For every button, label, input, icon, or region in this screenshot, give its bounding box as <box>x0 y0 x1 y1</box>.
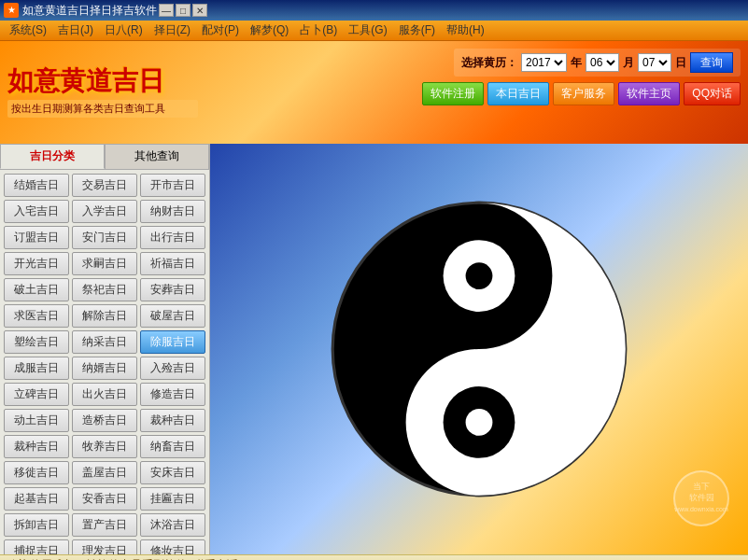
action-btn-QQ对话[interactable]: QQ对话 <box>684 82 741 105</box>
logo-area: 如意黄道吉日 按出生日期测算各类吉日查询工具 <box>0 41 205 144</box>
logo-main: 如意黄道吉日 <box>7 67 198 96</box>
ji-btn-30[interactable]: 裁种吉日 <box>4 435 69 458</box>
yinyang-symbol <box>330 200 628 498</box>
minimize-button[interactable]: — <box>159 4 174 17</box>
watermark-circle: 当下 软件园 www.downxia.com <box>673 470 729 526</box>
ji-btn-42[interactable]: 捕捉吉日 <box>4 539 69 554</box>
menu-item-menu-peidui[interactable]: 配对(P) <box>196 21 245 40</box>
date-selector: 选择黄历： 201720182016 年 06010203 04050708 0… <box>454 49 741 77</box>
year-select[interactable]: 201720182016 <box>521 53 567 72</box>
ji-btn-13[interactable]: 祭祀吉日 <box>72 278 137 301</box>
tab-1[interactable]: 其他查询 <box>105 144 209 169</box>
ji-btn-21[interactable]: 成服吉日 <box>4 357 69 380</box>
ji-btn-24[interactable]: 立碑吉日 <box>4 383 69 406</box>
titlebar: ★ 如意黄道吉日择日择吉软件 — □ ✕ <box>0 0 748 21</box>
month-select[interactable]: 06010203 04050708 09101112 <box>586 53 619 72</box>
ji-btn-34[interactable]: 盖屋吉日 <box>72 461 137 484</box>
app-title: 如意黄道吉日择日择吉软件 <box>22 3 157 19</box>
ji-btn-6[interactable]: 订盟吉日 <box>4 226 69 249</box>
ji-btn-44[interactable]: 修妆吉日 <box>140 539 205 554</box>
menu-item-menu-riba[interactable]: 日八(R) <box>99 21 148 40</box>
ji-btn-19[interactable]: 纳采吉日 <box>72 330 137 354</box>
menu-item-menu-gongju[interactable]: 工具(G) <box>343 21 392 40</box>
svg-point-3 <box>466 262 493 289</box>
main-content: 吉日分类其他查询 结婚吉日交易吉日开市吉日入宅吉日入学吉日纳财吉日订盟吉日安门吉… <box>0 144 748 554</box>
menu-item-menu-system[interactable]: 系统(S) <box>4 21 52 40</box>
right-panel: 当下 软件园 www.downxia.com <box>210 144 748 554</box>
logo-sub: 按出生日期测算各类吉日查询工具 <box>7 100 198 118</box>
ji-btn-25[interactable]: 出火吉日 <box>72 383 137 406</box>
ji-btn-14[interactable]: 安葬吉日 <box>140 278 205 301</box>
close-button[interactable]: ✕ <box>192 4 207 17</box>
ji-btn-35[interactable]: 安床吉日 <box>140 461 205 484</box>
watermark-text: 当下 软件园 www.downxia.com <box>674 482 728 514</box>
svg-point-4 <box>466 409 493 436</box>
menu-item-menu-bangzhu[interactable]: 帮助(H) <box>441 21 490 40</box>
ji-btn-40[interactable]: 置产吉日 <box>72 513 137 537</box>
menu-item-menu-zeri[interactable]: 择日(Z) <box>148 21 196 40</box>
month-unit: 月 <box>623 55 634 71</box>
tabs: 吉日分类其他查询 <box>0 144 209 170</box>
menu-item-menu-jiri[interactable]: 吉日(J) <box>52 21 99 40</box>
ji-btn-41[interactable]: 沐浴吉日 <box>140 513 205 537</box>
ji-btn-3[interactable]: 入宅吉日 <box>4 200 69 223</box>
action-buttons: 软件注册本日吉日客户服务软件主页QQ对话 <box>422 82 741 105</box>
ji-btn-11[interactable]: 祈福吉日 <box>140 252 205 275</box>
ji-btn-2[interactable]: 开市吉日 <box>140 174 205 197</box>
ji-btn-43[interactable]: 理发吉日 <box>72 539 137 554</box>
ji-btn-9[interactable]: 开光吉日 <box>4 252 69 275</box>
action-btn-客户服务[interactable]: 客户服务 <box>553 82 614 105</box>
menu-item-menu-fuwu[interactable]: 服务(F) <box>393 21 441 40</box>
menu-item-menu-zhanbu[interactable]: 占卜(B) <box>294 21 343 40</box>
ji-btn-16[interactable]: 解除吉日 <box>72 304 137 328</box>
button-grid: 结婚吉日交易吉日开市吉日入宅吉日入学吉日纳财吉日订盟吉日安门吉日出行吉日开光吉日… <box>0 170 209 554</box>
ji-btn-4[interactable]: 入学吉日 <box>72 200 137 223</box>
ji-btn-7[interactable]: 安门吉日 <box>72 226 137 249</box>
date-label: 选择黄历： <box>461 55 517 71</box>
day-unit: 日 <box>675 55 686 71</box>
maximize-button[interactable]: □ <box>176 4 191 17</box>
ji-btn-31[interactable]: 牧养吉日 <box>72 435 137 458</box>
ji-btn-5[interactable]: 纳财吉日 <box>140 200 205 223</box>
ji-btn-18[interactable]: 塑绘吉日 <box>4 330 69 354</box>
ji-btn-20[interactable]: 除服吉日 <box>140 330 205 354</box>
ji-btn-12[interactable]: 破土吉日 <box>4 278 69 301</box>
ji-btn-8[interactable]: 出行吉日 <box>140 226 205 249</box>
left-panel: 吉日分类其他查询 结婚吉日交易吉日开市吉日入宅吉日入学吉日纳财吉日订盟吉日安门吉… <box>0 144 210 554</box>
ji-btn-28[interactable]: 造桥吉日 <box>72 409 137 432</box>
menubar: 系统(S)吉日(J)日八(R)择日(Z)配对(P)解梦(Q)占卜(B)工具(G)… <box>0 21 748 41</box>
ji-btn-1[interactable]: 交易吉日 <box>72 174 137 197</box>
watermark: 当下 软件园 www.downxia.com <box>673 470 729 526</box>
ji-btn-33[interactable]: 移徙吉日 <box>4 461 69 484</box>
ji-btn-0[interactable]: 结婚吉日 <box>4 174 69 197</box>
day-select[interactable]: 07010203 04050608 <box>638 53 671 72</box>
query-button[interactable]: 查询 <box>690 52 733 73</box>
ji-btn-26[interactable]: 修造吉日 <box>140 383 205 406</box>
action-btn-软件注册[interactable]: 软件注册 <box>422 82 484 105</box>
app-icon: ★ <box>4 3 19 18</box>
ji-btn-29[interactable]: 裁种吉日 <box>140 409 205 432</box>
statusbar: 欢迎使用成都三益软件出品系列软件, 联系电话: 13982281527, QQ:… <box>0 554 748 560</box>
action-btn-软件主页[interactable]: 软件主页 <box>618 82 680 105</box>
ji-btn-10[interactable]: 求嗣吉日 <box>72 252 137 275</box>
tab-0[interactable]: 吉日分类 <box>0 144 105 169</box>
ji-btn-15[interactable]: 求医吉日 <box>4 304 69 328</box>
ji-btn-22[interactable]: 纳婿吉日 <box>72 357 137 380</box>
ji-btn-32[interactable]: 纳畜吉日 <box>140 435 205 458</box>
year-unit: 年 <box>571 55 582 71</box>
ji-btn-37[interactable]: 安香吉日 <box>72 487 137 511</box>
menu-item-menu-jiemeng[interactable]: 解梦(Q) <box>245 21 294 40</box>
ji-btn-17[interactable]: 破屋吉日 <box>140 304 205 328</box>
ji-btn-27[interactable]: 动土吉日 <box>4 409 69 432</box>
ji-btn-23[interactable]: 入殓吉日 <box>140 357 205 380</box>
action-btn-本日吉日[interactable]: 本日吉日 <box>487 82 549 105</box>
header-right: 选择黄历： 201720182016 年 06010203 04050708 0… <box>205 41 748 105</box>
ji-btn-39[interactable]: 拆卸吉日 <box>4 513 69 537</box>
header: 如意黄道吉日 按出生日期测算各类吉日查询工具 选择黄历： 20172018201… <box>0 41 748 144</box>
ji-btn-36[interactable]: 起基吉日 <box>4 487 69 511</box>
ji-btn-38[interactable]: 挂匾吉日 <box>140 487 205 511</box>
